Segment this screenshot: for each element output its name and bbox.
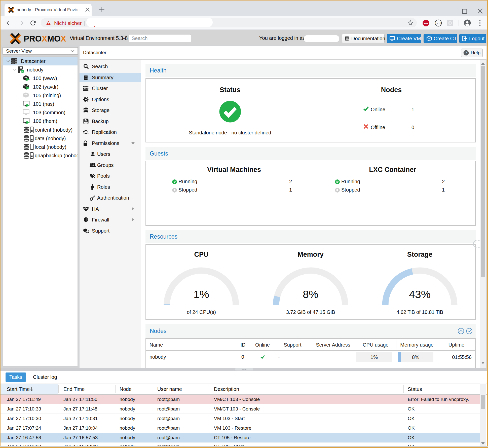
svg-text:ABP: ABP xyxy=(424,22,428,25)
svg-text:?: ? xyxy=(465,51,467,55)
svg-text:{..}: {..} xyxy=(435,22,441,25)
